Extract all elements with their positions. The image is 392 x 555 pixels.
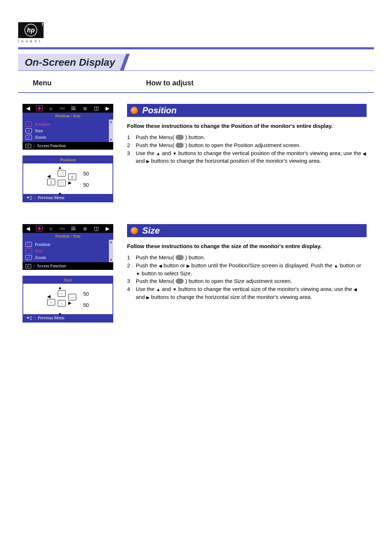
value-v: 50	[83, 300, 89, 311]
screen1-icon: ⧈	[82, 226, 88, 231]
hp-logo: hp i n v e n t	[18, 22, 44, 44]
arrow-down-icon: ⬚▼	[58, 180, 66, 197]
screen1-icon: ⧈	[82, 105, 88, 111]
menu-button-icon	[176, 143, 184, 148]
subhead-how: How to adjust	[146, 79, 193, 87]
arrow-right-icon: ▶	[105, 105, 111, 111]
adj-title: Size	[23, 276, 113, 284]
bars-icon: 𝍖	[70, 105, 77, 111]
osd-subtitle: Position / Size	[23, 113, 113, 119]
osd-item-position: ⬚Position	[25, 241, 106, 248]
position-icon: ⬚	[25, 242, 32, 247]
size-icon: ↔	[25, 128, 32, 133]
move-icon	[36, 226, 42, 231]
size-steps: 1Push the Menu( ) button. 2Push the ◀ bu…	[127, 254, 367, 301]
rgb-icon: RGB	[59, 226, 65, 231]
arrow-left-icon: ◀▯	[47, 174, 55, 185]
menu-button-icon	[176, 255, 184, 260]
up-tri-icon: ▲	[156, 287, 160, 293]
size-intro: Follow these instructions to change the …	[127, 242, 367, 250]
arrow-up-icon: ▲↕	[58, 285, 66, 297]
osd-menu-size: ◀ RGB 𝍖 ⧈ ◫ ▶ Position / Size ⬚Position …	[23, 224, 113, 270]
enter-icon: ↵	[25, 264, 31, 268]
page-title: On-Screen Display	[25, 57, 115, 68]
arrow-left-icon: ◀	[25, 105, 31, 111]
subhead-menu: Menu	[33, 79, 52, 87]
right-tri-icon: ▶	[146, 158, 150, 165]
zoom-icon: ⤢	[25, 255, 32, 260]
adj-panel-position: Position ▲⬚ ◀▯▯▶ ⬚▼ 50 50 ✦▯:Previous Me…	[23, 155, 113, 202]
adj-panel-size: Size ▲↕ ◀↔↔▶ ↕▼ 50 50 ✦▯:Previous Menu	[23, 276, 113, 323]
position-intro: Follow these instructions to change the …	[127, 122, 367, 130]
osd-menu-position: ◀ RGB 𝍖 ⧈ ◫ ▶ Position / Size ⬚Position …	[23, 104, 113, 150]
arrow-right-icon: ▶	[105, 226, 111, 231]
value-v: 50	[83, 179, 89, 191]
osd-scrollbar: ▲▼	[109, 240, 113, 262]
brightness-icon	[48, 226, 54, 231]
osd-subtitle: Position / Size	[23, 233, 113, 240]
arrow-down-icon: ↕▼	[58, 300, 66, 317]
osd-item-zoom: ⤢Zoom	[25, 134, 106, 141]
left-tri-icon: ◀	[354, 287, 357, 293]
osd-scrollbar: ▲▼	[109, 119, 113, 142]
heading-size: Size	[142, 226, 160, 236]
exit-icon: ✦▯	[26, 195, 32, 200]
section-position: ◀ RGB 𝍖 ⧈ ◫ ▶ Position / Size ⬚Position …	[18, 104, 374, 202]
size-icon: ↔	[25, 248, 32, 254]
arrow-right-icon: ▯▶	[68, 174, 76, 185]
brightness-icon	[48, 105, 54, 111]
zoom-icon: ⤢	[25, 135, 32, 140]
up-tri-icon: ▲	[156, 151, 160, 157]
screen2-icon: ◫	[93, 105, 100, 111]
enter-icon: ↵	[25, 144, 31, 148]
bars-icon: 𝍖	[70, 226, 77, 231]
bullet-icon	[131, 227, 138, 234]
logo-subtext: i n v e n t	[18, 39, 44, 43]
arrow-right-icon: ↔▶	[68, 294, 76, 305]
svg-rect-3	[42, 23, 43, 25]
osd-item-size: ↔Size	[25, 127, 106, 134]
svg-point-4	[42, 25, 43, 26]
arrow-left-icon: ◀	[25, 226, 31, 231]
position-steps: 1Push the Menu( ) button. 2Push the Menu…	[127, 133, 367, 165]
position-icon: ⬚	[25, 122, 32, 127]
screen2-icon: ◫	[93, 226, 100, 231]
menu-button-icon	[176, 135, 184, 140]
right-tri-icon: ▶	[187, 263, 190, 269]
arrow-up-icon: ▲⬚	[58, 165, 66, 177]
menu-button-icon	[176, 279, 184, 284]
arrow-left-icon: ◀↔	[47, 294, 55, 305]
header-bar	[18, 47, 374, 49]
title-band: On-Screen Display	[18, 54, 374, 70]
rgb-icon: RGB	[59, 105, 65, 111]
adj-title: Position	[23, 156, 113, 163]
down-tri-icon: ▼	[172, 287, 177, 293]
section-size: ◀ RGB 𝍖 ⧈ ◫ ▶ Position / Size ⬚Position …	[18, 224, 374, 323]
move-icon	[36, 105, 42, 111]
osd-item-size: ↔Size	[25, 248, 106, 254]
heading-position: Position	[142, 105, 177, 116]
value-h: 50	[83, 168, 89, 179]
bullet-icon	[131, 107, 138, 114]
osd-item-position: ⬚Position	[25, 121, 106, 127]
left-tri-icon: ◀	[363, 151, 366, 157]
down-tri-icon: ▼	[136, 271, 140, 277]
value-h: 50	[83, 288, 89, 300]
svg-text:hp: hp	[27, 27, 35, 34]
down-tri-icon: ▼	[172, 151, 177, 157]
osd-item-zoom: ⤢Zoom	[25, 254, 106, 261]
right-tri-icon: ▶	[146, 295, 150, 301]
up-tri-icon: ▲	[334, 263, 338, 269]
exit-icon: ✦▯	[26, 315, 32, 321]
